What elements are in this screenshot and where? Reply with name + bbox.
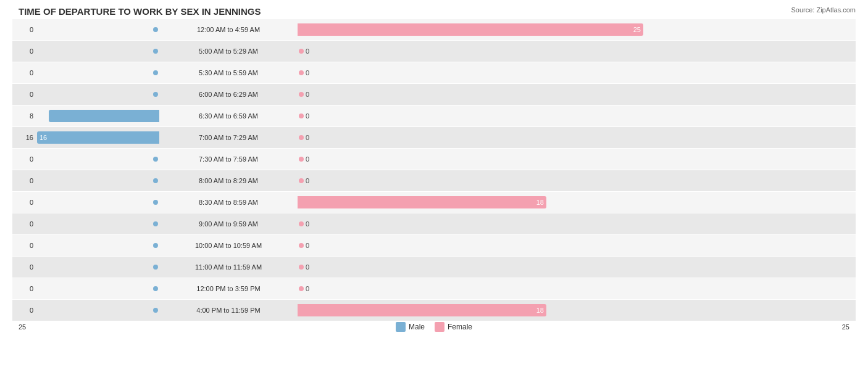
chart-row: 05:30 AM to 5:59 AM0 [12,62,856,83]
right-bar-container: 0 [296,285,856,292]
chart-row: 07:30 AM to 7:59 AM0 [12,149,856,170]
footer-left-val: 25 [19,323,26,331]
legend-male: Male [396,322,425,332]
right-bar-container: 0 [296,177,856,184]
time-range-label: 12:00 AM to 4:59 AM [161,26,296,33]
left-value-label: 0 [12,26,37,33]
time-range-label: 10:00 AM to 10:59 AM [161,242,296,249]
time-range-label: 6:00 AM to 6:29 AM [161,91,296,98]
male-bar [49,110,159,122]
chart-row: 06:00 AM to 6:29 AM0 [12,84,856,105]
source-text: Source: ZipAtlas.com [791,6,856,14]
left-bar-container [37,110,161,122]
right-bar-container: 0 [296,155,856,163]
chart-row: 08:30 AM to 8:59 AM18 [12,192,856,213]
left-bar-container [37,243,161,248]
left-bar-container [37,27,161,32]
left-value-label: 0 [12,177,37,184]
left-value-label: 0 [12,220,37,228]
time-range-label: 7:00 AM to 7:29 AM [161,134,296,141]
legend-male-label: Male [409,323,425,331]
chart-row: 09:00 AM to 9:59 AM0 [12,213,856,234]
left-value-label: 0 [12,263,37,271]
left-value-label: 0 [12,199,37,206]
time-range-label: 5:30 AM to 5:59 AM [161,69,296,76]
right-bar-container: 18 [296,304,856,316]
chart-row: 011:00 AM to 11:59 AM0 [12,257,856,278]
left-bar-container [37,200,161,205]
right-bar-container: 0 [296,91,856,98]
left-bar-container [37,221,161,226]
chart-row: 010:00 AM to 10:59 AM0 [12,235,856,256]
legend-female-label: Female [448,323,472,331]
right-bar-container: 0 [296,242,856,249]
chart-area: 012:00 AM to 4:59 AM2505:00 AM to 5:29 A… [12,19,856,318]
right-bar-container: 0 [296,47,856,55]
female-bar: 18 [298,304,546,316]
chart-title: TIME OF DEPARTURE TO WORK BY SEX IN JENN… [12,6,856,17]
right-bar-container: 0 [296,220,856,228]
chart-row: 16167:00 AM to 7:29 AM0 [12,127,856,148]
time-range-label: 8:00 AM to 8:29 AM [161,177,296,184]
left-bar-container: 16 [37,131,161,144]
left-bar-container [37,265,161,270]
left-bar-container [37,70,161,75]
chart-row: 04:00 PM to 11:59 PM18 [12,300,856,321]
left-bar-container [37,308,161,313]
left-value-label: 16 [12,134,37,141]
legend-female-box [435,322,444,332]
left-bar-container [37,178,161,183]
left-value-label: 0 [12,242,37,249]
time-range-label: 9:00 AM to 9:59 AM [161,220,296,228]
legend-female: Female [435,322,472,332]
right-bar-container: 0 [296,134,856,141]
left-bar-container [37,49,161,54]
chart-row: 012:00 PM to 3:59 PM0 [12,278,856,299]
time-range-label: 11:00 AM to 11:59 AM [161,263,296,271]
right-bar-container: 0 [296,112,856,120]
left-value-label: 0 [12,69,37,76]
chart-row: 86:30 AM to 6:59 AM0 [12,105,856,126]
time-range-label: 5:00 AM to 5:29 AM [161,47,296,55]
female-bar: 18 [298,196,546,208]
time-range-label: 6:30 AM to 6:59 AM [161,112,296,120]
chart-footer: 25 Male Female 25 [12,322,856,332]
chart-row: 012:00 AM to 4:59 AM25 [12,19,856,40]
time-range-label: 12:00 PM to 3:59 PM [161,285,296,292]
left-value-label: 0 [12,307,37,314]
left-bar-container [37,157,161,162]
footer-right-val: 25 [842,323,849,331]
right-bar-container: 0 [296,263,856,271]
legend-male-box [396,322,406,332]
time-range-label: 7:30 AM to 7:59 AM [161,155,296,163]
chart-container: TIME OF DEPARTURE TO WORK BY SEX IN JENN… [0,0,868,367]
left-bar-container [37,92,161,97]
right-bar-container: 18 [296,196,856,208]
right-bar-container: 25 [296,23,856,36]
time-range-label: 8:30 AM to 8:59 AM [161,199,296,206]
left-value-label: 8 [12,112,37,120]
right-bar-container: 0 [296,69,856,76]
male-bar: 16 [37,131,159,144]
left-value-label: 0 [12,91,37,98]
time-range-label: 4:00 PM to 11:59 PM [161,307,296,314]
left-value-label: 0 [12,285,37,292]
chart-row: 05:00 AM to 5:29 AM0 [12,41,856,62]
left-bar-container [37,286,161,291]
chart-row: 08:00 AM to 8:29 AM0 [12,170,856,191]
left-value-label: 0 [12,155,37,163]
legend: Male Female [396,322,472,332]
left-value-label: 0 [12,47,37,55]
female-bar: 25 [298,23,643,36]
